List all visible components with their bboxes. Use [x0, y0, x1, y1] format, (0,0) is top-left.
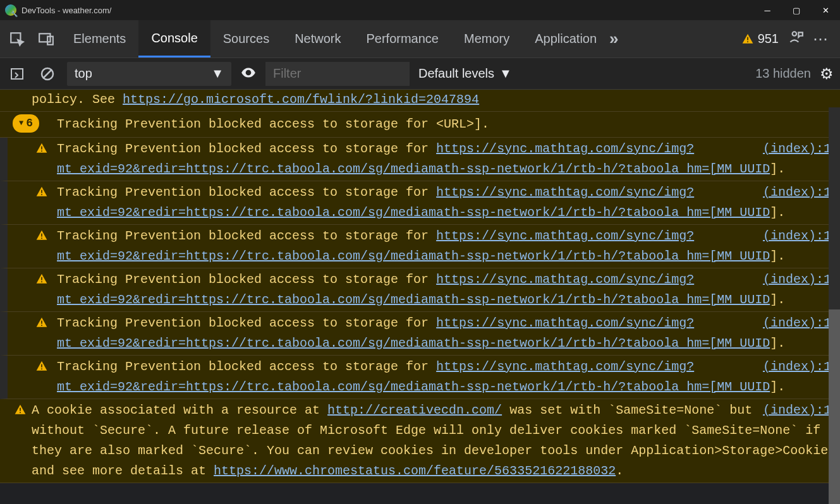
window-close-button[interactable]: ✕	[811, 0, 840, 20]
svg-rect-13	[41, 234, 42, 237]
svg-rect-17	[41, 321, 42, 324]
svg-line-8	[43, 69, 52, 78]
svg-rect-16	[41, 281, 42, 282]
svg-rect-22	[20, 412, 21, 413]
tab-application[interactable]: Application	[522, 20, 609, 57]
window-maximize-button[interactable]: ▢	[782, 0, 811, 20]
svg-rect-18	[41, 325, 42, 326]
console-warning-row: (index):1 Tracking Prevention blocked ac…	[0, 312, 840, 356]
tab-performance[interactable]: Performance	[354, 20, 452, 57]
svg-rect-15	[41, 277, 42, 280]
more-options-icon[interactable]: ⋯	[813, 30, 830, 48]
svg-rect-14	[41, 237, 42, 239]
clear-console-icon[interactable]	[37, 63, 58, 85]
window-minimize-button[interactable]: ─	[753, 0, 782, 20]
warning-icon	[35, 359, 48, 380]
svg-rect-1	[39, 33, 50, 42]
main-toolbar: Elements Console Sources Network Perform…	[0, 20, 840, 58]
svg-rect-4	[747, 41, 748, 42]
tab-elements[interactable]: Elements	[61, 20, 138, 57]
console-warning-row: (index):1 Tracking Prevention blocked ac…	[0, 225, 840, 268]
tab-sources[interactable]: Sources	[210, 20, 282, 57]
panel-tabs: Elements Console Sources Network Perform…	[61, 20, 619, 57]
link[interactable]: https://www.chromestatus.com/feature/563…	[214, 464, 616, 478]
toggle-drawer-icon[interactable]	[6, 63, 28, 85]
console-settings-gear-icon[interactable]: ⚙	[820, 65, 834, 83]
console-warning-row: (index):1 Tracking Prevention blocked ac…	[0, 181, 840, 225]
svg-rect-11	[41, 190, 42, 193]
source-link[interactable]: (index):1	[763, 357, 831, 377]
warning-icon	[35, 185, 48, 205]
feedback-icon[interactable]	[788, 30, 804, 48]
svg-rect-9	[41, 147, 42, 150]
warning-icon	[35, 316, 48, 336]
source-link[interactable]: (index):1	[763, 313, 831, 333]
device-toggle-icon[interactable]	[32, 25, 61, 54]
console-warning-row: (index):1 A cookie associated with a res…	[0, 399, 840, 483]
log-levels-selector[interactable]: Default levels ▼	[418, 66, 512, 81]
context-selector[interactable]: top ▼	[67, 62, 231, 86]
tab-network[interactable]: Network	[282, 20, 353, 57]
link[interactable]: https://go.microsoft.com/fwlink/?linkid=…	[123, 92, 479, 107]
tab-memory[interactable]: Memory	[451, 20, 522, 57]
svg-rect-21	[20, 408, 21, 411]
source-link[interactable]: (index):1	[763, 183, 831, 203]
warning-count-badge[interactable]: 951	[741, 32, 779, 46]
console-warning-row: (index):1 Tracking Prevention blocked ac…	[0, 268, 840, 312]
console-warning-row: (index):1 Tracking Prevention blocked ac…	[0, 138, 840, 181]
link[interactable]: http://creativecdn.com/	[327, 403, 502, 417]
devtools-app-icon	[5, 4, 16, 16]
dropdown-triangle-icon: ▼	[499, 66, 512, 81]
console-output[interactable]: policy. See https://go.microsoft.com/fwl…	[0, 90, 840, 504]
inspect-element-icon[interactable]	[3, 25, 32, 54]
console-group-header[interactable]: 6 Tracking Prevention blocked access to …	[0, 112, 840, 138]
hidden-count[interactable]: 13 hidden	[755, 66, 811, 81]
svg-rect-3	[747, 37, 748, 40]
source-link[interactable]: (index):1	[763, 139, 831, 159]
dropdown-triangle-icon: ▼	[211, 66, 224, 81]
warning-icon	[741, 33, 754, 45]
tab-console[interactable]: Console	[138, 20, 210, 57]
filter-input[interactable]	[265, 62, 410, 86]
group-count-pill[interactable]: 6	[13, 114, 39, 133]
live-expression-icon[interactable]	[240, 64, 257, 83]
svg-rect-10	[41, 150, 42, 152]
warning-icon	[14, 403, 27, 423]
source-link[interactable]: (index):1	[763, 270, 831, 290]
more-tabs-chevron-icon[interactable]: »	[609, 29, 618, 49]
scrollbar-track[interactable]	[829, 107, 840, 499]
window-title-bar: DevTools - weather.com/ ─ ▢ ✕	[0, 0, 840, 20]
window-title: DevTools - weather.com/	[21, 6, 753, 15]
svg-rect-19	[41, 364, 42, 368]
warning-icon	[35, 272, 48, 292]
warning-icon	[35, 141, 48, 162]
scrollbar-thumb[interactable]	[829, 309, 840, 504]
svg-rect-20	[41, 368, 42, 369]
svg-point-5	[793, 32, 797, 36]
console-warning-row: policy. See https://go.microsoft.com/fwl…	[0, 90, 840, 112]
source-link[interactable]: (index):1	[763, 400, 831, 421]
console-filter-bar: top ▼ Default levels ▼ 13 hidden ⚙	[0, 58, 840, 90]
warning-icon	[35, 229, 48, 249]
source-link[interactable]: (index):1	[763, 226, 831, 246]
svg-rect-12	[41, 194, 42, 195]
console-warning-row: (index):1 Tracking Prevention blocked ac…	[0, 356, 840, 399]
